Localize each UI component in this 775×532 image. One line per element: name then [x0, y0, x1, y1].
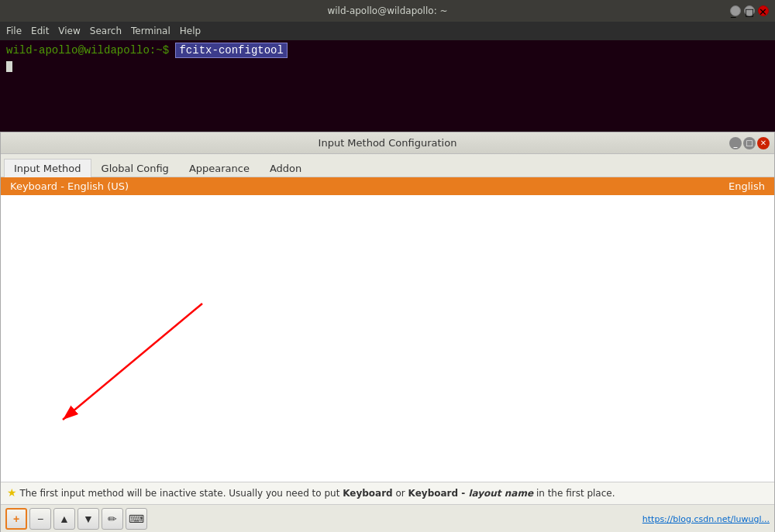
terminal-cursor	[6, 61, 12, 72]
terminal-close-button[interactable]: ✕	[758, 5, 769, 16]
terminal-menu-terminal[interactable]: Terminal	[131, 26, 170, 36]
config-close-button[interactable]: ✕	[757, 137, 770, 149]
terminal-window: wild-apollo@wildapollo: ~ _ □ ✕ File Edi…	[0, 0, 775, 132]
input-method-row-keyboard-english[interactable]: Keyboard - English (US) English	[1, 177, 774, 195]
terminal-menu-file[interactable]: File	[6, 26, 22, 36]
status-text-pre: The first input method will be inactive …	[19, 488, 343, 499]
star-icon: ★	[7, 486, 17, 499]
status-text-post: in the first place.	[533, 488, 615, 499]
configure-button[interactable]: ✏	[102, 508, 123, 530]
terminal-line-command: wild-apollo@wildapollo:~$ fcitx-configto…	[6, 43, 769, 59]
remove-input-method-button[interactable]: −	[29, 508, 51, 530]
tab-input-method[interactable]: Input Method	[4, 159, 91, 177]
config-titlebar: Input Method Configuration _ □ ✕	[1, 132, 774, 154]
config-title: Input Method Configuration	[319, 137, 457, 149]
toolbar-buttons: + − ▲ ▼ ✏ ⌨	[5, 508, 147, 530]
config-minimize-button[interactable]: _	[729, 137, 742, 149]
terminal-window-controls: _ □ ✕	[730, 5, 769, 16]
input-method-name: Keyboard - English (US)	[10, 180, 129, 192]
terminal-menubar: File Edit View Search Terminal Help	[0, 22, 775, 40]
input-method-list-area	[1, 195, 774, 482]
terminal-menu-help[interactable]: Help	[180, 26, 201, 36]
input-method-lang: English	[728, 180, 765, 192]
tab-addon[interactable]: Addon	[260, 159, 312, 177]
config-window: Input Method Configuration _ □ ✕ Input M…	[0, 132, 775, 532]
move-up-button[interactable]: ▲	[53, 508, 75, 530]
bottom-link[interactable]: https://blog.csdn.net/luwugl...	[642, 514, 770, 524]
tab-global-config[interactable]: Global Config	[91, 159, 179, 177]
config-window-controls: _ □ ✕	[729, 137, 770, 149]
tab-content-input-method: Keyboard - English (US) English	[1, 177, 774, 532]
terminal-titlebar: wild-apollo@wildapollo: ~ _ □ ✕	[0, 0, 775, 22]
status-bar: ★ The first input method will be inactiv…	[1, 482, 774, 504]
status-italic-layout-name: layout name	[468, 488, 533, 499]
annotation-arrow	[40, 296, 210, 451]
terminal-title: wild-apollo@wildapollo: ~	[327, 5, 447, 16]
terminal-content: wild-apollo@wildapollo:~$ fcitx-configto…	[0, 40, 775, 77]
terminal-menu-edit[interactable]: Edit	[31, 26, 49, 36]
tab-bar: Input Method Global Config Appearance Ad…	[1, 154, 774, 177]
tab-appearance[interactable]: Appearance	[179, 159, 260, 177]
input-method-list: Keyboard - English (US) English	[1, 177, 774, 482]
terminal-prompt: wild-apollo@wildapollo:~$	[6, 44, 169, 57]
terminal-maximize-button[interactable]: □	[744, 5, 755, 16]
svg-line-0	[63, 304, 202, 420]
terminal-menu-view[interactable]: View	[58, 26, 80, 36]
add-input-method-button[interactable]: +	[5, 508, 27, 530]
status-bold-keyboard-layout: Keyboard - layout name	[408, 488, 533, 499]
move-down-button[interactable]: ▼	[78, 508, 99, 530]
terminal-minimize-button[interactable]: _	[730, 5, 741, 16]
config-body: Input Method Global Config Appearance Ad…	[1, 154, 774, 532]
config-maximize-button[interactable]: □	[743, 137, 756, 149]
bottom-toolbar: + − ▲ ▼ ✏ ⌨ https://blog.csdn.net/luwugl…	[1, 504, 774, 532]
terminal-menu-search[interactable]: Search	[90, 26, 122, 36]
keyboard-layout-button[interactable]: ⌨	[126, 508, 147, 530]
status-bold-keyboard: Keyboard	[343, 488, 393, 499]
status-text-mid: or	[393, 488, 408, 499]
terminal-command: fcitx-configtool	[175, 43, 287, 58]
terminal-line-cursor	[6, 59, 769, 74]
